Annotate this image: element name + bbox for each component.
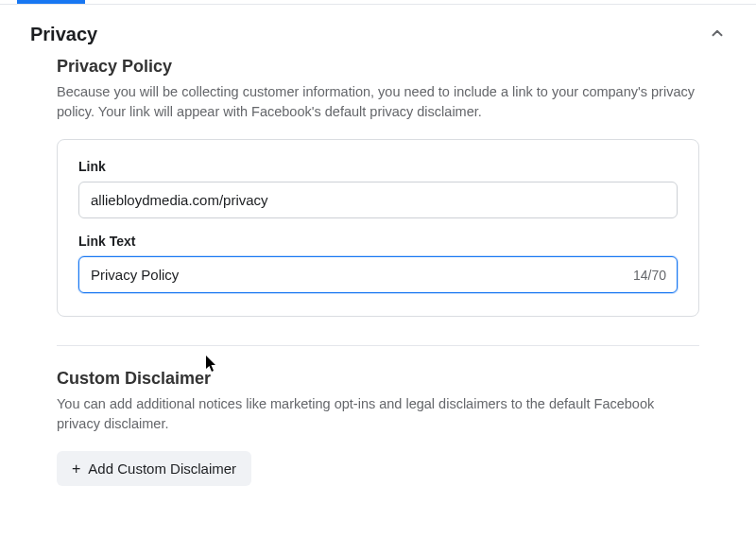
privacy-policy-description: Because you will be collecting customer … (57, 82, 699, 122)
privacy-policy-title: Privacy Policy (57, 57, 699, 77)
chevron-up-icon (709, 25, 726, 45)
add-custom-disclaimer-button[interactable]: + Add Custom Disclaimer (57, 451, 251, 486)
link-input[interactable] (78, 182, 678, 218)
add-button-label: Add Custom Disclaimer (88, 460, 236, 477)
plus-icon: + (72, 461, 80, 477)
privacy-policy-card: Link Link Text 14/70 (57, 139, 699, 317)
link-text-input[interactable] (78, 256, 678, 293)
custom-disclaimer-title: Custom Disclaimer (57, 369, 699, 389)
link-label: Link (78, 159, 678, 174)
section-title: Privacy (30, 24, 97, 45)
section-divider (57, 345, 699, 346)
privacy-section-header[interactable]: Privacy (0, 5, 756, 57)
link-text-label: Link Text (78, 234, 678, 249)
custom-disclaimer-description: You can add additional notices like mark… (57, 394, 699, 434)
